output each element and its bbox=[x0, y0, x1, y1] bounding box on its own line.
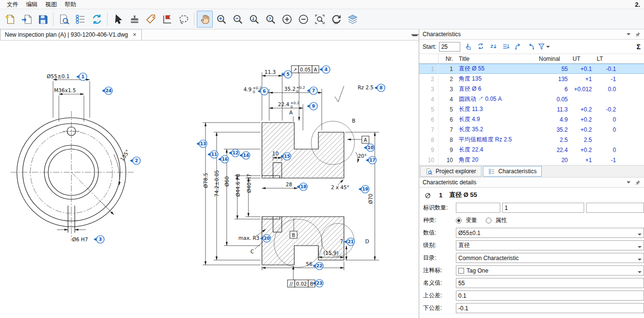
new-file-button[interactable] bbox=[2, 11, 18, 28]
stamp-tool-button[interactable] bbox=[126, 11, 142, 28]
characteristic-row[interactable]: 11直径 Ø 5555+0.1-0.1 bbox=[419, 64, 644, 74]
chevron-down-icon[interactable] bbox=[627, 33, 630, 37]
chevron-down-icon[interactable] bbox=[627, 181, 630, 185]
characteristic-row[interactable]: 77长度 35.235.2+0.20 bbox=[419, 124, 644, 135]
increase-circle-button[interactable] bbox=[279, 11, 295, 28]
balloon-3[interactable]: 3 bbox=[94, 235, 104, 243]
column-header-nominal[interactable]: Nominal bbox=[534, 55, 568, 62]
balloon-11[interactable]: 11 bbox=[207, 151, 218, 158]
rotate-90-button[interactable]: 90° bbox=[328, 11, 344, 28]
balloon-19[interactable]: 19 bbox=[358, 185, 369, 193]
start-input[interactable] bbox=[439, 42, 460, 52]
balloon-21[interactable]: 21 bbox=[344, 238, 355, 246]
menu-edit[interactable]: 编辑 bbox=[22, 0, 41, 9]
balloon-13[interactable]: 13 bbox=[196, 140, 207, 148]
save-file-button[interactable] bbox=[35, 11, 51, 28]
balloon-5[interactable]: 5 bbox=[281, 70, 292, 78]
menu-help[interactable]: 帮助 bbox=[61, 0, 80, 9]
document-tab[interactable]: New inspection plan (A) | 930-1200-406-V… bbox=[0, 29, 142, 40]
lower-tolerance-input[interactable] bbox=[456, 303, 644, 313]
column-header-lt[interactable]: LT bbox=[592, 55, 616, 62]
upper-tolerance-input[interactable] bbox=[456, 290, 644, 301]
filter-funnel-button[interactable] bbox=[538, 41, 549, 53]
radio-variable[interactable] bbox=[456, 218, 462, 223]
link-insert-after-button[interactable] bbox=[513, 41, 524, 53]
column-header-nr[interactable]: Nr. bbox=[438, 55, 456, 62]
dimension-label: 0 bbox=[253, 90, 255, 94]
layers-button[interactable] bbox=[344, 11, 360, 28]
chevron-down-icon bbox=[546, 46, 550, 50]
zoom-out-button[interactable] bbox=[230, 11, 246, 28]
tag-checkbox[interactable] bbox=[458, 268, 464, 274]
ident-input-3[interactable] bbox=[586, 203, 644, 213]
characteristic-row[interactable]: 88平均值粗糙度 Rz 2.52.52.5 bbox=[419, 135, 644, 145]
balloon-9[interactable]: 9 bbox=[307, 102, 317, 110]
pan-hand-button[interactable] bbox=[197, 11, 213, 28]
value-combobox[interactable]: Ø55±0.1 bbox=[456, 228, 644, 238]
field-row-kind: 种类: 变量 属性 bbox=[423, 215, 644, 226]
balloon-4[interactable]: 4 bbox=[319, 66, 330, 73]
tags-combobox[interactable]: Tag One bbox=[456, 265, 644, 276]
tab-characteristics[interactable]: Characteristics bbox=[483, 166, 542, 177]
tab-list-dropdown-icon[interactable] bbox=[411, 34, 419, 38]
open-file-button[interactable] bbox=[18, 11, 34, 28]
catalog-combobox[interactable]: Common Characteristic bbox=[456, 253, 644, 263]
details-panel-header: Characteristic details bbox=[419, 178, 644, 188]
characteristic-row[interactable]: 33直径 Ø 66+0.0120.0 bbox=[419, 84, 644, 94]
link-insert-before-button[interactable] bbox=[525, 41, 537, 53]
balloon-12[interactable]: 12 bbox=[229, 149, 239, 157]
balloon-20[interactable]: 20 bbox=[260, 235, 271, 242]
select-cursor-button[interactable] bbox=[110, 11, 126, 28]
find-document-button[interactable] bbox=[56, 11, 72, 28]
balloon-10[interactable]: 10 bbox=[364, 144, 374, 152]
characteristic-row[interactable]: 44圆跳动 ↗ 0.05 A0.05 bbox=[419, 94, 644, 104]
characteristic-row[interactable]: 99长度 22.422.4+0.20 bbox=[419, 145, 644, 155]
balloon-24[interactable]: 24 bbox=[102, 87, 112, 95]
refresh-order-button[interactable] bbox=[475, 41, 487, 53]
decrease-circle-button[interactable] bbox=[295, 11, 311, 28]
column-header-ut[interactable]: UT bbox=[568, 55, 592, 62]
flag-tool-button[interactable] bbox=[159, 11, 175, 28]
balloon-16[interactable]: 16 bbox=[218, 155, 229, 163]
characteristic-row[interactable]: 66长度 4.94.9+0.20 bbox=[419, 114, 644, 124]
balloon-14[interactable]: 14 bbox=[239, 152, 250, 159]
tag-tool-button[interactable] bbox=[143, 11, 159, 28]
svg-text:8: 8 bbox=[380, 85, 383, 90]
nominal-input[interactable] bbox=[456, 278, 644, 288]
balloon-18[interactable]: 18 bbox=[297, 183, 307, 191]
pin-icon[interactable] bbox=[634, 180, 641, 186]
ident-input-2[interactable] bbox=[502, 203, 584, 213]
zoom-original-button[interactable] bbox=[246, 11, 262, 28]
balloon-8[interactable]: 8 bbox=[374, 84, 385, 92]
ident-input-1[interactable] bbox=[456, 203, 500, 213]
menu-file[interactable]: 文件 bbox=[3, 0, 22, 9]
radio-attribute[interactable] bbox=[486, 218, 492, 223]
balloon-22[interactable]: 22 bbox=[313, 262, 323, 270]
menu-view[interactable]: 视图 bbox=[41, 0, 61, 9]
touch-hand-button[interactable] bbox=[463, 41, 474, 53]
zoom-question-button[interactable]: ? bbox=[262, 11, 278, 28]
lasso-tool-button[interactable] bbox=[176, 11, 192, 28]
balloon-2[interactable]: 2 bbox=[130, 157, 140, 165]
balloon-7[interactable]: 7 bbox=[307, 87, 317, 95]
inspection-list-button[interactable] bbox=[72, 11, 88, 28]
sum-sigma-button[interactable]: Σ bbox=[637, 43, 641, 51]
characteristic-row[interactable]: 22角度 135135+1-1 bbox=[419, 74, 644, 84]
sync-refresh-button[interactable] bbox=[89, 11, 105, 28]
sort-z-button[interactable]: Z bbox=[488, 41, 499, 53]
close-icon[interactable]: × bbox=[132, 32, 137, 37]
balloon-1[interactable]: 1 bbox=[76, 73, 87, 81]
zoom-selection-button[interactable] bbox=[312, 11, 328, 28]
drawing-canvas[interactable]: Ø55±0.1M36x1.5135°Ø6 H711.34.9+0.2035.2+… bbox=[0, 41, 419, 318]
characteristic-row[interactable]: 1010角度 2020+1-1 bbox=[419, 155, 644, 165]
zoom-in-button[interactable] bbox=[213, 11, 229, 28]
row-lt: -1 bbox=[592, 157, 616, 164]
column-header-title[interactable]: Title bbox=[456, 55, 534, 62]
tab-project-explorer[interactable]: Project explorer bbox=[420, 166, 481, 177]
pin-icon[interactable] bbox=[634, 31, 641, 38]
balloon-17[interactable]: 17 bbox=[366, 156, 376, 164]
field-row-catalog: 目录: Common Characteristic bbox=[423, 252, 644, 263]
level-combobox[interactable]: 直径 bbox=[456, 240, 644, 250]
characteristic-row[interactable]: 55长度 11.311.3+0.2-0.2 bbox=[419, 104, 644, 114]
reorder-list-button[interactable] bbox=[500, 41, 512, 53]
